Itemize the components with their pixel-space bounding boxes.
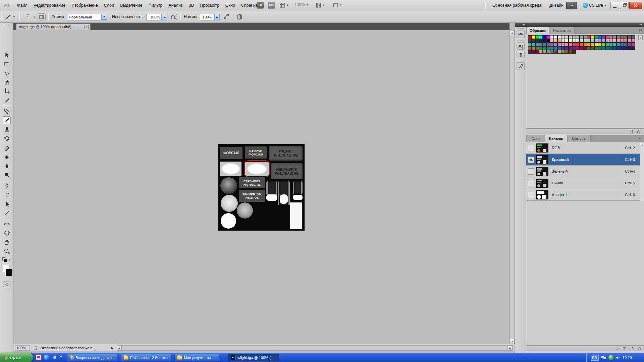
workspace-overflow-button[interactable]: » (566, 2, 577, 9)
close-button[interactable] (629, 2, 642, 9)
line-tool[interactable] (3, 209, 11, 217)
swatch-#cccccc[interactable] (569, 35, 572, 39)
swatch-#696121[interactable] (587, 46, 591, 50)
swatch-#a18151[interactable] (561, 50, 565, 54)
swatch-#d59fc9[interactable] (605, 39, 609, 43)
visibility-toggle[interactable] (528, 157, 534, 163)
swatch-#ff00ff[interactable] (546, 35, 550, 39)
menu-Слои[interactable]: Слои (101, 0, 117, 11)
channels-scrollbar[interactable]: ▲ (640, 142, 644, 201)
quick-selection-tool[interactable] (3, 78, 11, 86)
swatch-#117971[interactable] (602, 46, 605, 50)
chevron-down-icon[interactable]: ▼ (33, 16, 36, 19)
swatch-#f0c131[interactable] (591, 43, 594, 46)
swatch-#617931[interactable] (535, 46, 539, 50)
tab-close-button[interactable]: x (84, 25, 89, 29)
taskbar-window-my-documents[interactable]: Мои документы (174, 354, 219, 361)
tab-paths[interactable]: Контуры (567, 135, 591, 142)
swatches-scroll-up-icon[interactable]: ▲ (638, 35, 643, 40)
spot-healing-brush-tool[interactable] (3, 107, 11, 115)
visibility-toggle[interactable] (528, 145, 534, 151)
swatch-#f0a131[interactable] (587, 43, 591, 46)
expand-dock-button[interactable]: ◂◂ (515, 23, 526, 27)
swatch-#ea9fc1[interactable] (609, 39, 613, 43)
swatch-#112971[interactable] (620, 46, 624, 50)
background-color-swatch[interactable] (5, 269, 13, 276)
swatch-#f6c9a8[interactable] (550, 39, 554, 43)
swatch-#916931[interactable] (528, 46, 532, 50)
swatch-#f0a476[interactable] (557, 39, 561, 43)
channel-row-rgb[interactable]: RGB Ctrl+2 (526, 142, 640, 154)
swatch-#3159a1[interactable] (557, 46, 561, 50)
tablet-pressure-icon[interactable] (236, 13, 243, 20)
channel-row-blue[interactable]: Синий Ctrl+5 (526, 177, 640, 189)
quick-mask-button[interactable] (3, 282, 10, 287)
rectangular-marquee-tool[interactable] (3, 60, 11, 68)
screen-mode-button[interactable]: ▼ (333, 2, 342, 8)
character-panel-button[interactable]: A| (517, 42, 525, 50)
tools-panel-button[interactable] (517, 62, 525, 70)
dodge-tool[interactable] (3, 171, 11, 179)
cs-live-button[interactable]: CS Live ▼ (583, 3, 607, 8)
swatch-#691151[interactable] (528, 50, 532, 54)
menu-Просмотр[interactable]: Просмотр (197, 0, 222, 11)
swatch-#6079b8[interactable] (539, 43, 543, 46)
new-swatch-icon[interactable] (629, 129, 634, 134)
swatch-#595149[interactable] (554, 50, 557, 54)
swatch-#810931[interactable] (535, 50, 539, 54)
language-indicator[interactable]: EN (591, 355, 599, 361)
swatch-#412911[interactable] (572, 50, 576, 54)
path-selection-tool[interactable] (3, 200, 11, 208)
swatch-#8159a8[interactable] (546, 43, 550, 46)
mode-select[interactable]: Нормальный ▼ (67, 14, 107, 20)
swatch-#707070[interactable] (624, 35, 628, 39)
swatch-#39b0d8[interactable] (532, 43, 535, 46)
vertical-scrollbar[interactable]: ▲ ▼ (509, 30, 515, 344)
swatch-#e78199[interactable] (631, 39, 635, 43)
swatch-#9969b8[interactable] (550, 43, 554, 46)
swatch-#0989a1[interactable] (550, 46, 554, 50)
default-colors-icon[interactable] (2, 257, 7, 262)
zoom-level-button[interactable]: 100% ▼ (294, 2, 309, 7)
menu-Изображение[interactable]: Изображение (68, 0, 101, 11)
3d-rotate-tool[interactable] (3, 220, 11, 228)
swatch-#e83939[interactable] (576, 43, 580, 46)
airbrush-mode-icon[interactable] (223, 13, 230, 20)
swatch-#d6d6d6[interactable] (565, 35, 569, 39)
swatch-#aad9c8[interactable] (583, 39, 587, 43)
scroll-left-icon[interactable]: ◀ (117, 345, 121, 351)
swatch-#816131[interactable] (565, 50, 569, 54)
menu-Фильтр[interactable]: Фильтр (145, 0, 165, 11)
swatch-#666666[interactable] (628, 35, 631, 39)
swatch-#242424[interactable] (539, 39, 543, 43)
swatch-#d84897[interactable] (605, 35, 609, 39)
view-extras-button[interactable]: ▼ (279, 2, 289, 8)
save-selection-icon[interactable] (622, 347, 627, 351)
swatch-#f5f5f5[interactable] (554, 35, 557, 39)
swatch-#f06141[interactable] (580, 43, 583, 46)
swatch-#989898[interactable] (609, 35, 613, 39)
status-menu-arrow-icon[interactable]: ▶ (111, 344, 114, 352)
swatch-#113979[interactable] (616, 46, 620, 50)
swatch-#00ffff[interactable] (539, 35, 543, 39)
swatch-#c09fd5[interactable] (602, 39, 605, 43)
swatch-#118979[interactable] (546, 46, 550, 50)
swatch-#a11161[interactable] (576, 46, 580, 50)
eraser-tool[interactable] (3, 143, 11, 152)
brush-preset-picker[interactable]: 1 (23, 13, 33, 21)
swatch-#ffff00[interactable] (532, 35, 535, 39)
taskbar-window-photoshop[interactable]: Ps wlight.tga @ 100% (... (228, 354, 279, 361)
brush-tool[interactable] (3, 116, 11, 124)
swatch-#ffffff[interactable] (550, 35, 554, 39)
scroll-down-icon[interactable]: ▼ (510, 339, 515, 344)
swatch-#a5d3dc[interactable] (587, 39, 591, 43)
swatch-#424242[interactable] (528, 39, 532, 43)
swatch-#114979[interactable] (613, 46, 616, 50)
swatch-#797169[interactable] (550, 50, 554, 54)
workspace-current-button[interactable]: Основная рабочая среда (489, 0, 545, 11)
options-grip[interactable] (1, 13, 3, 20)
swatch-#ad79c0[interactable] (554, 43, 557, 46)
history-brush-tool[interactable] (3, 134, 11, 142)
swatch-#f07991[interactable] (569, 43, 572, 46)
swatch-#c1a981[interactable] (557, 50, 561, 54)
